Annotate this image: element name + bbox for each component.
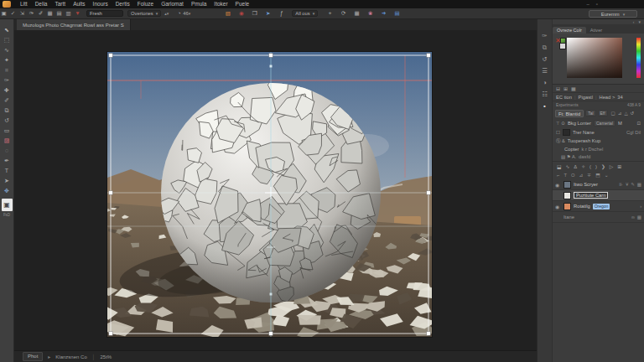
panel-tool-icon-b6[interactable]: ⌄ [605,173,609,178]
tab-extra[interactable]: 34 [617,95,622,100]
eyedropper-tool[interactable]: ✑ [2,75,13,85]
layer-right-icon-0[interactable]: ∞ [631,215,635,220]
grid-view-icon[interactable]: ▦ [353,8,361,18]
layer-right-icon-2[interactable]: ✎ [631,182,635,187]
menu-item-pmula[interactable]: Pmula [191,0,206,8]
workspace-dropdown[interactable]: Euremm ▾ [589,10,637,18]
sync-red-icon[interactable]: ◉ [237,8,245,18]
menu-item-inours[interactable]: Inours [93,0,108,8]
menu-item-itoker[interactable]: Itoker [214,0,227,8]
document-tab[interactable]: Muzologs Photo Chagrmat Rowl ass Pretar … [17,19,131,30]
panel-option-icon-1[interactable]: ⊞ [564,85,568,91]
transform-handle-6[interactable] [269,332,273,335]
blue-cursor-icon[interactable]: ➤ [264,8,272,18]
item-row-3[interactable]: Copter k r Dschel [553,145,644,153]
transform-handle-2[interactable] [427,54,430,57]
pattern-grid-icon[interactable]: ▦ [46,8,54,18]
eyedropper-icon[interactable]: ✑ [28,8,35,18]
folder-icon[interactable]: ▤ [55,8,63,18]
item-row-4[interactable]: ▤ ⚑ A. dasfd [553,153,644,160]
lock-icons[interactable]: ⊤ ⊙ [556,121,565,126]
panel-tool-icon-b3[interactable]: ⊿ [579,173,583,178]
blur-tool[interactable]: ◌ [2,146,13,156]
hue-slider[interactable] [636,38,641,78]
checkmark-icon[interactable]: ✓ [9,8,17,18]
layer-name[interactable]: Rotatilg [574,204,590,209]
item-row-1[interactable]: ☐ Trer Nane Cgl Dil [553,127,644,137]
blend-btn-2[interactable]: Eff [598,110,608,116]
layer-right-icon-3[interactable]: ▦ [637,182,641,187]
transform-arrow-icon[interactable]: ⇲ [18,8,26,18]
status-zoom-level[interactable]: 25t% [100,354,112,359]
menu-item-puele[interactable]: Puele [236,0,250,8]
menu-item-garlomat[interactable]: Garlomat [161,0,184,8]
blend-icon-1[interactable]: ⊿ [618,111,622,116]
tab-swatches[interactable]: Ativer [586,27,606,34]
tab-channels[interactable]: Pigastl [579,95,593,100]
channels-panel-icon[interactable]: ☷ [542,90,548,98]
doc-blue-icon[interactable]: ▤ [393,8,401,18]
panel-tool-icon-a8[interactable]: ⊞ [617,164,621,169]
lock-dropdown[interactable]: Camerial [594,120,615,127]
transform-handle-0[interactable] [109,54,112,57]
layer-row-3[interactable]: Itane∞▦ [553,212,644,223]
wand-tool[interactable]: ✦ [2,55,13,65]
layer-row-0[interactable]: ◉Itwo Scryer⊪¥✎▦ [553,179,644,190]
lasso-tool[interactable]: ∿ [2,45,13,55]
marquee-tool[interactable]: ⬚ [2,35,13,45]
status-doc-button[interactable]: Phot [23,352,43,361]
layer-right-icon-0[interactable]: ⊪ [619,182,623,187]
fx-icon[interactable]: ƒ [278,8,285,18]
panel-tool-icon-a2[interactable]: Δ [574,164,577,169]
panel-tool-icon-b1[interactable]: T [564,173,567,178]
history-brush-tool[interactable]: ↺ [2,116,13,126]
brush-tool[interactable]: ✐ [2,96,13,106]
layer-right-icon-1[interactable]: ¥ [626,182,628,187]
panel-tool-icon-a6[interactable]: ❯ [601,164,605,169]
rotate-view-icon[interactable]: ⟳ [340,8,347,18]
layer-name[interactable]: Itwo Scryer [574,182,598,187]
type-tool[interactable]: T [2,166,13,176]
pen-tool[interactable]: ✒ [2,156,13,166]
layer-name[interactable]: Itane [564,215,574,220]
layer-right-icon-0[interactable]: › [640,204,641,209]
lock-extra-icon[interactable]: ⊡ [636,121,641,126]
checkbox-icon[interactable]: ☐ [556,130,560,135]
panel-option-icon-0[interactable]: ⊟ [556,85,560,91]
foreground-background-swatch[interactable]: ✕ [555,38,567,51]
document-canvas[interactable] [107,52,432,337]
layer-visibility-icon[interactable]: ◉ [555,182,561,188]
panel-tool-icon-a7[interactable]: ▷ [610,164,613,169]
orange-panel-icon[interactable]: ▧ [224,8,231,18]
panel-tool-icon-a1[interactable]: ∿ [565,164,569,169]
transform-handle-7[interactable] [427,332,430,335]
transform-handle-5[interactable] [109,332,112,335]
menu-item-foluze[interactable]: Foluze [138,0,154,8]
arrow-blue-icon[interactable]: ➜ [380,8,387,18]
panel-tool-icon-a3[interactable]: ✧ [581,164,585,169]
flower-icon[interactable]: ❀ [366,8,374,18]
panel-tool-icon-b0[interactable]: ⌐ [557,173,559,178]
path-select-tool[interactable]: ➤ [2,176,13,186]
brush-panel-icon[interactable]: ✑ [542,32,547,39]
panel-tool-icon-a0[interactable]: ⬓ [557,164,561,169]
tab-paths[interactable]: Head > [599,95,615,100]
window-control-icon-1[interactable]: ▫ [596,0,598,8]
hand-tool[interactable]: ✥ [2,186,13,196]
blend-icon-2[interactable]: △ [624,111,627,116]
folder-alt-icon[interactable]: ▥ [65,8,72,18]
gradient-tool[interactable]: ▨ [2,136,13,146]
stepper-arrows-icon[interactable]: ▴▾ [164,11,169,16]
properties-panel-icon[interactable]: ☰ [542,67,548,75]
window-control-icon-0[interactable]: – [587,0,589,8]
eraser-tool[interactable]: ▭ [2,126,13,136]
menu-item-aults[interactable]: Aults [73,0,85,8]
adjustments-panel-icon[interactable]: ◑ [543,79,547,86]
precise-cursor-icon[interactable]: ⌖ [326,8,334,18]
menu-item-dertis[interactable]: Dertis [116,0,130,8]
panel-tool-icon-b2[interactable]: O [571,173,575,178]
options-value-field[interactable]: Fresh [86,10,123,17]
tab-layers[interactable]: EC tion [556,95,572,100]
options-mode-dropdown[interactable]: Overtones ▾ [127,10,161,17]
layer-name[interactable]: Puzttute Carn [574,192,608,199]
